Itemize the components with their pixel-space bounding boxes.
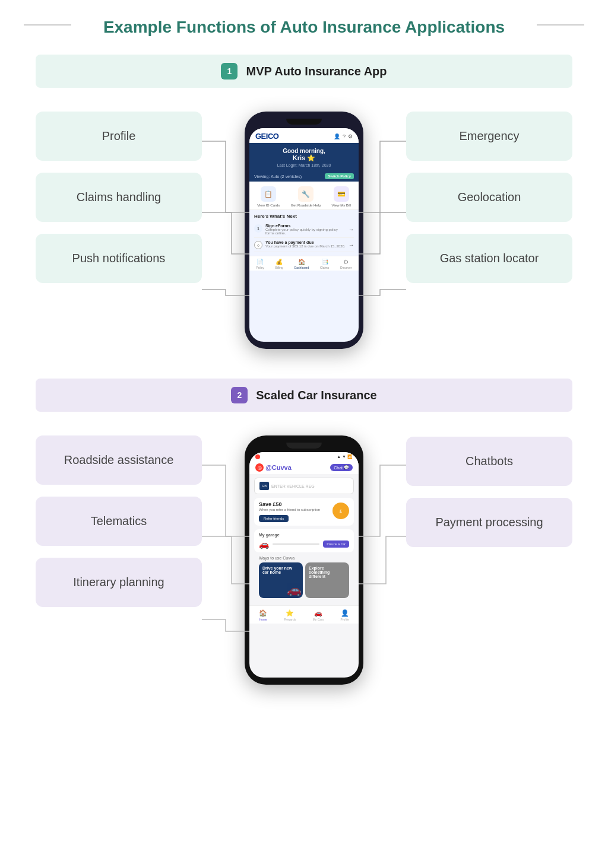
cuvva-bottom-nav: 🏠 Home ⭐ Rewards 🚗 My Cars 👤 Profile xyxy=(249,605,359,624)
geico-phone-mockup: GEICO 👤?⚙ Good morning, Kris ⭐ Last Logi… xyxy=(245,112,363,349)
feature-push-notifications: Push notifications xyxy=(36,234,202,283)
eforms-icon: 1 xyxy=(254,224,262,233)
last-login: Last Login: March 18th, 2020 xyxy=(253,163,355,167)
vreg-input[interactable]: GB ENTER VEHICLE REG xyxy=(254,478,354,494)
user-name: Kris ⭐ xyxy=(253,154,355,162)
section2-number: 2 xyxy=(231,387,248,403)
payment-arrow: → xyxy=(349,242,354,248)
section2-header: 2 Scaled Car Insurance xyxy=(36,379,572,412)
page-title: Example Functions of Auto Insurance Appl… xyxy=(0,0,608,49)
section1-title: MVP Auto Insurance App xyxy=(246,65,387,78)
nav-discover[interactable]: ⚙ Discover xyxy=(340,259,352,269)
feature-payment: Payment processing xyxy=(406,498,572,547)
action-view-bill[interactable]: 💳 View My Bill xyxy=(332,186,351,207)
next-item-payment[interactable]: ○ You have a payment due Your payment of… xyxy=(254,238,354,252)
cuvva-logo: @Cuvva xyxy=(265,464,292,471)
action-roadside[interactable]: 🔧 Get Roadside Help xyxy=(291,186,321,207)
way-card-drive[interactable]: Drive your new car home 🚗 xyxy=(259,562,303,598)
next-item-eforms[interactable]: 1 Sign eForms Complete your policy quick… xyxy=(254,221,354,238)
nav-billing[interactable]: 💰 Billing xyxy=(276,259,283,269)
nav-dashboard[interactable]: 🏠 Dashboard xyxy=(294,259,309,269)
policy-text: Viewing: Auto (2 vehicles) xyxy=(254,174,302,179)
cuvva-nav-home[interactable]: 🏠 Home xyxy=(259,609,267,621)
ways-section: Ways to use Cuvva Drive your new car hom… xyxy=(254,556,354,602)
feature-profile: Profile xyxy=(36,112,202,161)
geico-logo: GEICO xyxy=(255,132,278,141)
feature-itinerary: Itinerary planning xyxy=(36,558,202,607)
feature-geolocation: Geolocation xyxy=(406,173,572,222)
nav-policy[interactable]: 📄 Policy xyxy=(256,259,264,269)
payment-icon: ○ xyxy=(254,241,262,249)
vreg-icon: GB xyxy=(259,482,269,490)
feature-emergency: Emergency xyxy=(406,112,572,161)
refer-friends-btn[interactable]: Refer friends xyxy=(259,515,289,522)
cuvva-nav-mycars[interactable]: 🚗 My Cars xyxy=(313,609,324,621)
cuvva-phone-mockup: ▲ ▼ 📶 ◎ @Cuvva Chat 💬 GB xyxy=(245,435,363,685)
geico-header-icons: 👤?⚙ xyxy=(334,133,353,139)
save-banner: Save £50 When you refer a friend to subs… xyxy=(254,498,354,526)
car-silhouette-icon: 🚗 xyxy=(287,583,302,597)
section2-title: Scaled Car Insurance xyxy=(256,389,376,402)
cuvva-chat-btn[interactable]: Chat 💬 xyxy=(330,464,353,471)
my-garage: My garage 🚗 Insure a car xyxy=(254,529,354,552)
way-card-explore[interactable]: Explore something different xyxy=(305,562,349,598)
feature-roadside: Roadside assistance xyxy=(36,435,202,485)
nav-claims[interactable]: 📑 Claims xyxy=(320,259,329,269)
feature-telematics: Telematics xyxy=(36,497,202,546)
cuvva-nav-profile[interactable]: 👤 Profile xyxy=(341,609,349,621)
insure-car-btn[interactable]: Insure a car xyxy=(323,540,349,548)
whats-next-title: Here's What's Next xyxy=(254,214,354,219)
action-view-id[interactable]: 📋 View ID Cards xyxy=(257,186,280,207)
switch-policy-btn[interactable]: Switch Policy xyxy=(325,173,354,179)
save-circle: £ xyxy=(332,503,349,519)
feature-claims: Claims handling xyxy=(36,173,202,222)
feature-chatbots: Chatbots xyxy=(406,437,572,486)
feature-empty xyxy=(406,559,572,606)
car-icon: 🚗 xyxy=(259,539,269,549)
section1-header: 1 MVP Auto Insurance App xyxy=(36,55,572,88)
greeting-text: Good morning, xyxy=(253,148,355,154)
feature-gas-station: Gas station locator xyxy=(406,234,572,283)
eforms-arrow: → xyxy=(349,227,354,233)
cuvva-nav-rewards[interactable]: ⭐ Rewards xyxy=(284,609,296,621)
section1-number: 1 xyxy=(221,63,238,80)
